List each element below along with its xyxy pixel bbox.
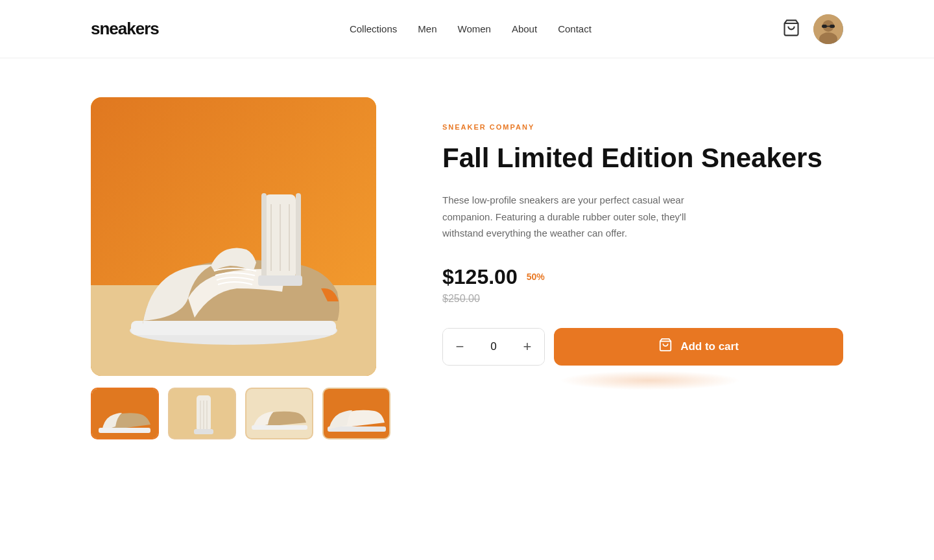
cart-row: − + Add to cart [442, 328, 843, 366]
quantity-increase-button[interactable]: + [510, 328, 544, 366]
main-product-image [91, 97, 376, 376]
product-brand: SNEAKER COMPANY [442, 123, 843, 131]
nav-item-women[interactable]: Women [458, 23, 491, 34]
nav-item-collections[interactable]: Collections [350, 23, 397, 34]
main-content: SNEAKER COMPANY Fall Limited Edition Sne… [0, 58, 934, 478]
cart-icon[interactable] [782, 19, 800, 40]
thumbnail-list [91, 388, 390, 439]
product-image-svg [91, 97, 376, 376]
product-info: SNEAKER COMPANY Fall Limited Edition Sne… [442, 97, 843, 390]
svg-rect-10 [131, 321, 336, 335]
thumbnail-2[interactable] [168, 388, 236, 439]
quantity-control: − + [442, 328, 545, 366]
thumbnail-3[interactable] [245, 388, 313, 439]
svg-rect-12 [261, 193, 267, 281]
price-current: $125.00 [442, 265, 518, 289]
svg-rect-19 [99, 428, 150, 433]
cart-button-icon [658, 338, 673, 355]
minus-icon: − [456, 338, 464, 355]
site-logo[interactable]: sneakers [91, 19, 159, 39]
svg-rect-22 [194, 429, 213, 434]
thumbnail-4[interactable] [322, 388, 390, 439]
add-to-cart-button[interactable]: Add to cart [554, 328, 843, 366]
svg-rect-5 [830, 25, 835, 28]
quantity-decrease-button[interactable]: − [443, 328, 477, 366]
avatar-image [813, 14, 843, 44]
nav-item-about[interactable]: About [512, 23, 537, 34]
nav-right [782, 14, 843, 44]
nav-links: Collections Men Women About Contact [350, 23, 592, 35]
product-title: Fall Limited Edition Sneakers [442, 143, 843, 174]
button-glow [559, 371, 741, 390]
add-to-cart-label: Add to cart [680, 340, 739, 353]
discount-badge: 50% [527, 272, 545, 282]
price-original: $250.00 [442, 293, 843, 305]
product-description: These low-profile sneakers are your perf… [442, 192, 715, 242]
navbar: sneakers Collections Men Women About Con… [0, 0, 934, 58]
svg-rect-4 [822, 25, 827, 28]
product-images [91, 97, 390, 439]
svg-rect-27 [252, 425, 307, 430]
quantity-input[interactable] [477, 340, 510, 353]
nav-item-contact[interactable]: Contact [558, 23, 592, 34]
svg-rect-13 [296, 193, 301, 281]
plus-icon: + [523, 338, 532, 355]
user-avatar[interactable] [813, 14, 843, 44]
nav-item-men[interactable]: Men [418, 23, 437, 34]
svg-rect-14 [258, 275, 302, 286]
thumbnail-1[interactable] [91, 388, 159, 439]
price-row: $125.00 50% [442, 265, 843, 289]
